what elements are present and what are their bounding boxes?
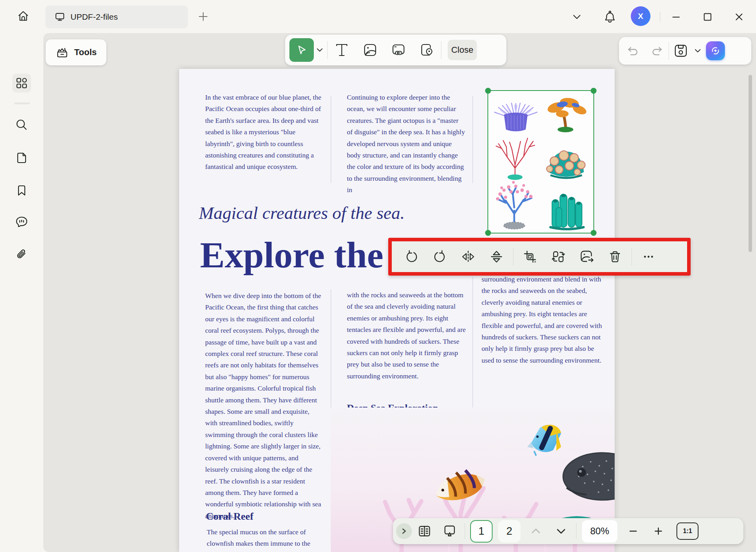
page-button-1[interactable]: 1 — [470, 520, 493, 543]
toolbox-icon — [55, 45, 69, 59]
search-icon — [15, 118, 28, 132]
cursor-icon — [295, 43, 308, 57]
zoom-level-display[interactable]: 80% — [582, 520, 617, 543]
minimize-button[interactable] — [669, 10, 683, 24]
zoom-in-button[interactable] — [646, 520, 671, 542]
undo-button[interactable] — [621, 39, 645, 63]
select-tool-dropdown[interactable] — [316, 47, 323, 53]
tab-title: UPDF-2-files — [70, 12, 118, 22]
rotate-right-button[interactable] — [426, 244, 454, 270]
extract-image-icon — [579, 249, 594, 264]
replace-image-button[interactable] — [544, 244, 573, 270]
actual-size-label: 1:1 — [683, 528, 692, 535]
rotate-left-button[interactable] — [397, 244, 426, 270]
image-tool-button[interactable] — [356, 38, 384, 62]
previous-page-button[interactable] — [523, 520, 548, 542]
more-icon — [642, 250, 655, 263]
document-pin-icon — [419, 43, 434, 57]
paragraph-coral-reef-cont: The special mucus on the surface of clow… — [207, 526, 324, 550]
sidebar-divider — [14, 102, 30, 104]
edit-toolbar: Close — [285, 35, 506, 65]
book-view-icon — [417, 524, 432, 538]
updf-window: UPDF-2-files X — [0, 0, 756, 552]
tools-button[interactable]: Tools — [46, 39, 106, 65]
redo-button[interactable] — [645, 39, 669, 63]
presentation-mode-button[interactable] — [437, 520, 462, 542]
close-edit-button[interactable]: Close — [448, 40, 477, 60]
column-divider — [472, 96, 473, 183]
selection-handle-bottom-right[interactable] — [591, 230, 597, 236]
close-window-button[interactable] — [732, 10, 746, 24]
text-tool-button[interactable] — [328, 38, 356, 62]
ai-assistant-button[interactable] — [706, 41, 725, 60]
next-page-button[interactable] — [548, 520, 574, 542]
flip-horizontal-button[interactable] — [454, 244, 482, 270]
titlebar-separator — [660, 12, 660, 22]
new-tab-button[interactable] — [196, 9, 210, 24]
title-bar: UPDF-2-files X — [0, 0, 756, 33]
select-tool-button[interactable] — [289, 38, 314, 62]
two-page-view-button[interactable] — [412, 520, 437, 542]
maximize-button[interactable] — [701, 10, 714, 24]
paperclip-icon — [15, 248, 29, 262]
delete-image-button[interactable] — [601, 244, 629, 270]
rotate-right-icon — [433, 250, 447, 264]
sidebar-item-comments[interactable] — [12, 213, 31, 232]
account-avatar[interactable]: X — [631, 6, 650, 26]
home-icon — [17, 10, 30, 22]
image-tool-icon — [363, 43, 378, 57]
bookmark-icon — [15, 184, 28, 197]
document-tab[interactable]: UPDF-2-files — [45, 6, 188, 28]
selection-handle-top-right[interactable] — [591, 88, 597, 94]
minus-icon — [628, 526, 639, 537]
toolbar-separator — [441, 41, 441, 59]
page-location-tool-button[interactable] — [413, 38, 441, 62]
save-dropdown[interactable] — [694, 48, 701, 54]
chevron-down-icon — [555, 527, 567, 535]
actual-size-button[interactable]: 1:1 — [676, 522, 699, 540]
selection-handle-top-left[interactable] — [485, 88, 491, 94]
more-options-button[interactable] — [634, 244, 663, 270]
crop-button[interactable] — [516, 244, 544, 270]
comment-icon — [15, 215, 29, 229]
chevron-down-icon — [694, 48, 701, 54]
subheadline: Magical creatures of the sea. — [199, 203, 405, 223]
plus-icon — [653, 526, 664, 537]
crop-icon — [523, 250, 537, 264]
page-thumbnail-icon — [15, 151, 28, 165]
zoom-out-button[interactable] — [621, 520, 646, 542]
home-button[interactable] — [13, 6, 33, 26]
sidebar-item-tools-grid[interactable] — [12, 74, 31, 93]
sidebar-item-attachments[interactable] — [12, 245, 31, 264]
page-number: 2 — [506, 525, 512, 537]
extract-image-button[interactable] — [573, 244, 601, 270]
link-tool-icon — [391, 43, 406, 57]
link-tool-button[interactable] — [384, 38, 413, 62]
paragraph-octopus-intro: Continuing to explore deeper into the oc… — [347, 92, 465, 196]
page-navigation-toolbar: 1 2 80% 1:1 — [393, 518, 743, 544]
sidebar-item-pages[interactable] — [12, 148, 31, 167]
flip-vertical-button[interactable] — [482, 244, 511, 270]
sidebar-item-bookmarks[interactable] — [12, 181, 31, 200]
ai-sparkle-icon — [709, 44, 722, 57]
save-icon — [673, 43, 688, 58]
tools-label: Tools — [74, 47, 96, 57]
tabs-dropdown-button[interactable] — [572, 13, 582, 20]
notifications-button[interactable] — [602, 9, 617, 24]
save-button[interactable] — [669, 39, 693, 63]
vertical-scrollbar[interactable] — [749, 75, 752, 252]
sidebar-item-search[interactable] — [12, 115, 31, 134]
chevron-up-icon — [530, 527, 542, 535]
toolbar-separator — [576, 523, 576, 539]
coral-reef-heading: Coral Reef — [206, 511, 254, 522]
page-button-2[interactable]: 2 — [498, 520, 521, 543]
expand-toolbar-button[interactable] — [396, 523, 412, 539]
undo-icon — [626, 44, 640, 57]
selected-image-frame[interactable] — [487, 90, 594, 233]
selection-handle-bottom-left[interactable] — [485, 230, 491, 236]
paragraph-intro-pacific: In the vast embrace of our blue planet, … — [205, 92, 321, 173]
toolbar-separator — [513, 248, 513, 265]
close-label: Close — [451, 45, 473, 55]
page-number: 1 — [478, 525, 484, 537]
column-divider — [331, 96, 331, 183]
